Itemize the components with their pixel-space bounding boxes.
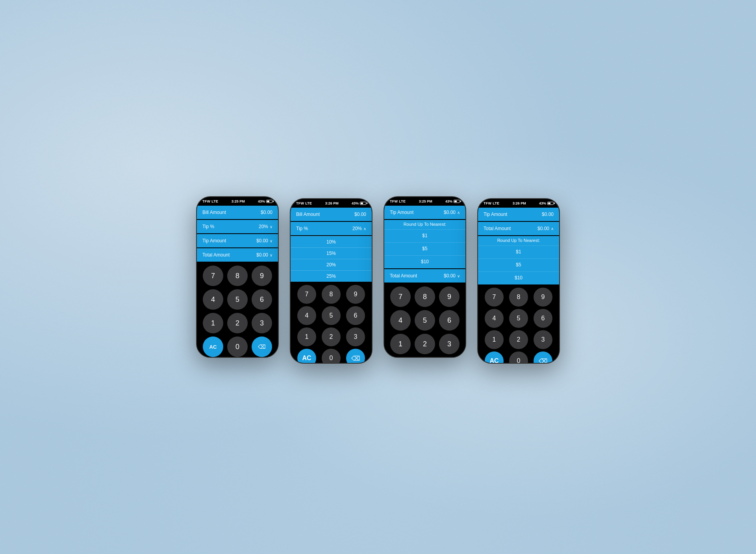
battery-icon-2 bbox=[360, 202, 366, 205]
tip-amount-row-1[interactable]: Tip Amount $0.00 ∨ bbox=[197, 234, 278, 247]
key-7-1[interactable]: 7 bbox=[203, 266, 223, 286]
keypad-row-2-1: 4 5 6 bbox=[201, 289, 274, 310]
tip-amount-row-3[interactable]: Tip Amount $0.00 ∧ bbox=[384, 206, 465, 219]
dropdown-option-10-2[interactable]: 10% bbox=[291, 236, 372, 247]
key-9-3[interactable]: 9 bbox=[439, 286, 460, 307]
round-up-10-4[interactable]: $10 bbox=[478, 271, 559, 284]
key-backspace-3[interactable]: ⌫ bbox=[439, 357, 460, 358]
key-8-3[interactable]: 8 bbox=[415, 286, 435, 307]
time-1: 3:25 PM bbox=[232, 199, 245, 203]
key-6-3[interactable]: 6 bbox=[439, 310, 460, 331]
chevron-total-3: ∨ bbox=[457, 274, 460, 278]
tip-percent-row-1[interactable]: Tip % 20% ∨ bbox=[197, 220, 278, 233]
key-backspace-2[interactable]: ⌫ bbox=[346, 349, 365, 364]
round-up-5-3[interactable]: $5 bbox=[384, 242, 465, 255]
battery-icon-4 bbox=[547, 202, 554, 205]
keypad-row-3-2: 1 2 3 bbox=[295, 327, 368, 346]
total-amount-row-1[interactable]: Total Amount $0.00 ∨ bbox=[197, 248, 278, 262]
key-6-2[interactable]: 6 bbox=[346, 306, 365, 325]
key-0-1[interactable]: 0 bbox=[227, 336, 248, 357]
key-backspace-4[interactable]: ⌫ bbox=[534, 351, 552, 364]
round-up-1-3[interactable]: $1 bbox=[384, 229, 465, 242]
key-4-3[interactable]: 4 bbox=[390, 310, 411, 331]
tip-amount-row-4[interactable]: Tip Amount $0.00 bbox=[478, 208, 559, 221]
key-3-2[interactable]: 3 bbox=[346, 327, 365, 346]
keypad-row-4-1: AC 0 ⌫ bbox=[201, 336, 274, 357]
key-9-2[interactable]: 9 bbox=[346, 285, 365, 304]
key-1-2[interactable]: 1 bbox=[297, 327, 316, 346]
dropdown-option-25-2[interactable]: 25% bbox=[291, 270, 372, 282]
round-up-10-3[interactable]: $10 bbox=[384, 255, 465, 268]
key-2-1[interactable]: 2 bbox=[227, 313, 248, 333]
round-up-label-4: Round Up To Nearest: bbox=[478, 236, 559, 245]
phone-3: TFW LTE 3:25 PM 43% Tip Amount $0.00 ∧ R… bbox=[384, 196, 466, 358]
tip-amount-value-1: $0.00 ∨ bbox=[256, 238, 272, 244]
key-ac-2[interactable]: AC bbox=[297, 349, 316, 364]
tip-percent-value-2: 20% ∧ bbox=[352, 226, 366, 231]
phones-container: TFW LTE 3:25 PM 43% Bill Amount $0.00 Ti… bbox=[196, 190, 560, 364]
key-6-4[interactable]: 6 bbox=[534, 309, 552, 328]
key-7-3[interactable]: 7 bbox=[390, 286, 411, 307]
key-9-4[interactable]: 9 bbox=[534, 288, 552, 307]
key-0-2[interactable]: 0 bbox=[322, 349, 341, 364]
key-1-3[interactable]: 1 bbox=[390, 334, 411, 354]
total-amount-value-3: $0.00 ∨ bbox=[444, 273, 460, 279]
key-2-3[interactable]: 2 bbox=[415, 334, 435, 354]
tip-percent-row-2[interactable]: Tip % 20% ∧ bbox=[291, 222, 372, 235]
key-7-4[interactable]: 7 bbox=[485, 288, 504, 307]
key-0-4[interactable]: 0 bbox=[509, 351, 528, 364]
dropdown-option-20-2[interactable]: 20% bbox=[291, 259, 372, 270]
battery-icon-3 bbox=[454, 200, 460, 203]
round-up-5-4[interactable]: $5 bbox=[478, 258, 559, 271]
key-ac-4[interactable]: AC bbox=[485, 351, 504, 364]
key-7-2[interactable]: 7 bbox=[297, 285, 316, 304]
key-5-3[interactable]: 5 bbox=[415, 310, 435, 331]
key-0-3[interactable]: 0 bbox=[415, 357, 435, 358]
round-up-1-4[interactable]: $1 bbox=[478, 245, 559, 258]
key-5-2[interactable]: 5 bbox=[322, 306, 341, 325]
bill-amount-row-2[interactable]: Bill Amount $0.00 bbox=[291, 208, 372, 221]
key-8-2[interactable]: 8 bbox=[322, 285, 341, 304]
carrier-2: TFW LTE bbox=[296, 201, 312, 205]
key-6-1[interactable]: 6 bbox=[252, 289, 272, 310]
key-4-1[interactable]: 4 bbox=[203, 289, 223, 310]
key-4-2[interactable]: 4 bbox=[297, 306, 316, 325]
chevron-total-4: ∧ bbox=[551, 227, 554, 231]
phone-4: TFW LTE 3:26 PM 43% Tip Amount $0.00 Tot… bbox=[477, 198, 560, 364]
tip-amount-value-4: $0.00 bbox=[542, 212, 554, 217]
key-3-3[interactable]: 3 bbox=[439, 334, 460, 354]
key-9-1[interactable]: 9 bbox=[252, 266, 272, 286]
total-amount-row-4[interactable]: Total Amount $0.00 ∧ bbox=[478, 222, 559, 235]
key-1-1[interactable]: 1 bbox=[203, 313, 223, 333]
key-5-4[interactable]: 5 bbox=[509, 309, 528, 328]
key-8-1[interactable]: 8 bbox=[227, 266, 248, 286]
keypad-3: 7 8 9 4 5 6 1 2 3 AC 0 ⌫ bbox=[384, 283, 465, 358]
tip-percent-label-2: Tip % bbox=[296, 226, 308, 231]
phone-2: TFW LTE 3:26 PM 43% Bill Amount $0.00 Ti… bbox=[290, 198, 372, 364]
bill-amount-row-1[interactable]: Bill Amount $0.00 bbox=[197, 206, 278, 219]
dropdown-option-15-2[interactable]: 15% bbox=[291, 247, 372, 259]
battery-icon-1 bbox=[266, 200, 272, 203]
key-backspace-1[interactable]: ⌫ bbox=[252, 336, 272, 357]
total-amount-row-3[interactable]: Total Amount $0.00 ∨ bbox=[384, 269, 465, 283]
keypad-1: 7 8 9 4 5 6 1 2 3 AC 0 ⌫ bbox=[197, 262, 278, 358]
key-3-1[interactable]: 3 bbox=[252, 313, 272, 333]
key-4-4[interactable]: 4 bbox=[485, 309, 504, 328]
key-2-4[interactable]: 2 bbox=[509, 330, 528, 349]
tip-percent-label-1: Tip % bbox=[202, 224, 214, 229]
key-2-2[interactable]: 2 bbox=[322, 327, 341, 346]
keypad-row-2-4: 4 5 6 bbox=[482, 309, 555, 328]
keypad-row-2-3: 4 5 6 bbox=[388, 310, 461, 331]
key-ac-3[interactable]: AC bbox=[390, 357, 411, 358]
key-ac-1[interactable]: AC bbox=[203, 336, 223, 357]
key-8-4[interactable]: 8 bbox=[509, 288, 528, 307]
carrier-4: TFW LTE bbox=[484, 201, 499, 205]
app-content-3: Tip Amount $0.00 ∧ Round Up To Nearest: … bbox=[384, 206, 465, 358]
key-5-1[interactable]: 5 bbox=[227, 289, 248, 310]
key-3-4[interactable]: 3 bbox=[534, 330, 552, 349]
status-bar-3: TFW LTE 3:25 PM 43% bbox=[384, 197, 465, 206]
chevron-tip-1: ∨ bbox=[270, 225, 272, 229]
key-1-4[interactable]: 1 bbox=[485, 330, 504, 349]
tip-dropdown-2: 10% 15% 20% 25% bbox=[291, 236, 372, 282]
battery-area-1: 43% bbox=[258, 199, 272, 203]
